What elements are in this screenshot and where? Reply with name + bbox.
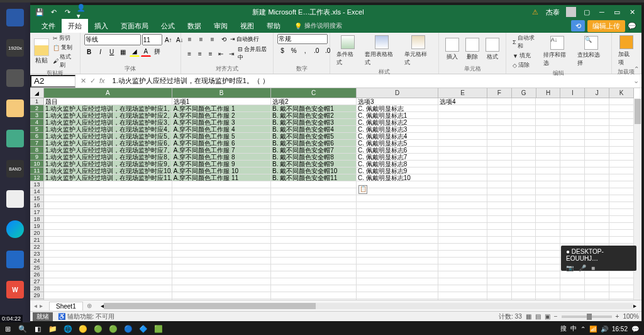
cell[interactable] <box>438 223 487 229</box>
cell[interactable] <box>585 168 609 174</box>
percent-icon[interactable]: % <box>289 45 299 55</box>
cell[interactable] <box>487 292 512 298</box>
cell[interactable] <box>172 209 271 215</box>
cell[interactable] <box>271 230 357 236</box>
input-mode-icon[interactable]: 中 <box>570 324 577 333</box>
zoom-level[interactable]: 100% <box>623 313 639 320</box>
cell[interactable] <box>271 223 357 229</box>
cell[interactable] <box>172 237 271 243</box>
cell[interactable] <box>609 195 634 202</box>
cell[interactable] <box>609 237 634 243</box>
cell[interactable]: C. 佩戴明显标志7 <box>357 154 438 160</box>
cell[interactable] <box>560 119 585 125</box>
cell[interactable] <box>536 244 560 250</box>
cell[interactable] <box>536 119 560 125</box>
cell[interactable] <box>536 216 560 222</box>
cell[interactable] <box>560 98 585 105</box>
paste-options-button[interactable]: 📋 <box>358 185 367 194</box>
cell[interactable] <box>44 264 172 271</box>
cell[interactable] <box>512 230 536 236</box>
cell[interactable] <box>560 292 585 298</box>
cell[interactable] <box>585 133 609 139</box>
cell[interactable]: C. 佩戴明显标志9 <box>357 168 438 174</box>
notes-icon[interactable] <box>0 123 30 154</box>
cell[interactable] <box>512 285 536 292</box>
cell[interactable]: 题目 <box>44 98 172 105</box>
cell[interactable] <box>271 264 357 271</box>
cell[interactable]: C. 佩戴明显标志4 <box>357 133 438 139</box>
cell[interactable] <box>438 278 487 285</box>
cell[interactable] <box>357 285 438 292</box>
cell[interactable]: B. 戴不同颜色安全帽2 <box>271 112 357 118</box>
cell[interactable] <box>512 195 536 202</box>
cell[interactable] <box>44 258 172 264</box>
cell[interactable] <box>560 147 585 153</box>
cell[interactable]: A.穿不同颜色工作服 9 <box>172 161 271 167</box>
cell[interactable]: B. 戴不同颜色安全帽8 <box>271 154 357 160</box>
cell[interactable] <box>585 223 609 229</box>
minimize-icon[interactable]: ─ <box>597 8 606 16</box>
cell[interactable] <box>512 161 536 167</box>
cell[interactable] <box>536 195 560 202</box>
cell[interactable] <box>536 251 560 257</box>
share-button[interactable]: ⟲ <box>571 20 585 31</box>
cell[interactable] <box>536 285 560 292</box>
recorder-icon[interactable]: 1920x <box>0 33 30 63</box>
number-format-select[interactable] <box>277 34 328 44</box>
cell[interactable] <box>536 161 560 167</box>
cell[interactable] <box>438 168 487 174</box>
zoom-out-icon[interactable]: − <box>554 313 558 320</box>
cell[interactable] <box>585 126 609 132</box>
horizontal-scrollbar[interactable]: ◂▸ <box>101 302 636 309</box>
cell[interactable] <box>438 216 487 222</box>
cell[interactable] <box>512 98 536 105</box>
row-header[interactable]: 3 <box>30 112 44 119</box>
cell[interactable] <box>585 237 609 243</box>
cell[interactable] <box>357 181 438 188</box>
cell[interactable] <box>487 209 512 215</box>
view-layout-icon[interactable]: ▤ <box>535 313 541 320</box>
cell[interactable] <box>512 140 536 146</box>
cell[interactable] <box>357 195 438 202</box>
cell[interactable] <box>438 299 487 300</box>
cell[interactable] <box>172 202 271 208</box>
cell[interactable]: A.穿不同颜色工作服 3 <box>172 119 271 125</box>
cell[interactable]: 选项3 <box>357 98 438 105</box>
cell[interactable] <box>271 271 357 278</box>
select-all-corner[interactable]: ◢ <box>30 88 44 98</box>
cell[interactable] <box>487 258 512 264</box>
cell[interactable] <box>560 278 585 285</box>
row-header[interactable]: 12 <box>30 174 44 181</box>
cell[interactable] <box>357 223 438 229</box>
cell-style-button[interactable]: 单元格样式 <box>402 34 435 68</box>
cell[interactable] <box>487 126 512 132</box>
cell[interactable] <box>44 299 172 300</box>
row-header[interactable]: 7 <box>30 140 44 147</box>
cell[interactable] <box>512 299 536 300</box>
pc-icon[interactable] <box>0 244 30 275</box>
cell[interactable]: C. 佩戴明显标志3 <box>357 126 438 132</box>
autosum-button[interactable]: Σ 自动求和 <box>513 34 540 50</box>
cell[interactable] <box>585 285 609 292</box>
zoom-slider[interactable] <box>562 315 612 318</box>
delete-cells-button[interactable]: 删除 <box>463 37 482 62</box>
conditional-format-button[interactable]: 条件格式 <box>334 34 361 68</box>
cell[interactable] <box>172 230 271 236</box>
row-header[interactable]: 24 <box>30 258 44 264</box>
cell[interactable]: 1.动火监护人应经过培训，在现场监护时应8。（ ） <box>44 154 172 160</box>
row-header[interactable]: 10 <box>30 161 44 168</box>
cell[interactable] <box>438 154 487 160</box>
cell[interactable] <box>560 230 585 236</box>
cell[interactable] <box>560 195 585 202</box>
cell[interactable] <box>487 174 512 181</box>
user-icon[interactable]: 👤▾ <box>77 8 86 16</box>
cell[interactable] <box>585 271 609 278</box>
row-header[interactable]: 6 <box>30 133 44 140</box>
comment-icon[interactable]: 💬 <box>628 21 636 30</box>
cell[interactable] <box>560 161 585 167</box>
monitor-icon[interactable] <box>0 3 30 33</box>
cell[interactable] <box>271 244 357 250</box>
cell[interactable] <box>271 216 357 222</box>
cell[interactable] <box>438 133 487 139</box>
cell[interactable]: B. 戴不同颜色安全帽10 <box>271 168 357 174</box>
